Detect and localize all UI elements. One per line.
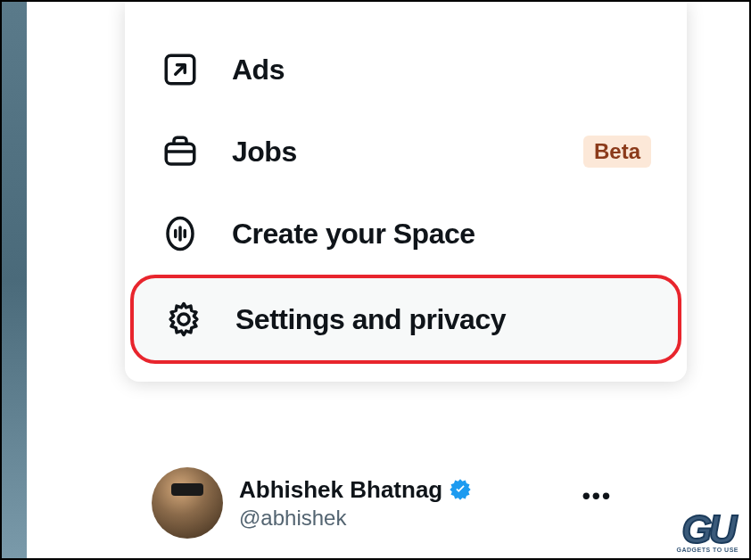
more-options-icon[interactable]: •••: [582, 482, 612, 510]
mic-space-icon: [161, 214, 200, 253]
svg-rect-1: [166, 144, 194, 164]
verified-badge-icon: [448, 477, 473, 502]
beta-badge: Beta: [583, 136, 651, 168]
menu-label: Settings and privacy: [235, 303, 506, 336]
profile-text: Abhishek Bhatnag @abhishek: [239, 476, 473, 531]
menu-label: Create your Space: [232, 218, 475, 251]
watermark: GU GADGETS TO USE: [677, 514, 739, 553]
watermark-text: GADGETS TO USE: [677, 547, 739, 553]
gear-icon: [164, 300, 203, 339]
menu-label: Ads: [232, 54, 285, 86]
main-content: Ads Jobs Beta Create your Space: [27, 2, 749, 558]
profile-name: Abhishek Bhatnag: [239, 476, 442, 504]
menu-item-ads[interactable]: Ads: [125, 29, 687, 111]
left-background-strip: [2, 2, 27, 558]
menu-panel: Ads Jobs Beta Create your Space: [125, 2, 687, 382]
avatar: [152, 467, 223, 539]
briefcase-icon: [161, 132, 200, 171]
arrow-out-icon: [161, 50, 200, 89]
menu-item-settings-privacy[interactable]: Settings and privacy: [130, 275, 681, 364]
menu-item-create-space[interactable]: Create your Space: [125, 193, 687, 275]
profile-handle: @abhishek: [239, 506, 473, 531]
menu-label: Jobs: [232, 136, 297, 169]
menu-item-jobs[interactable]: Jobs Beta: [125, 111, 687, 193]
watermark-logo: GU: [677, 514, 739, 545]
profile-row[interactable]: Abhishek Bhatnag @abhishek: [152, 467, 473, 539]
svg-point-3: [178, 314, 189, 325]
